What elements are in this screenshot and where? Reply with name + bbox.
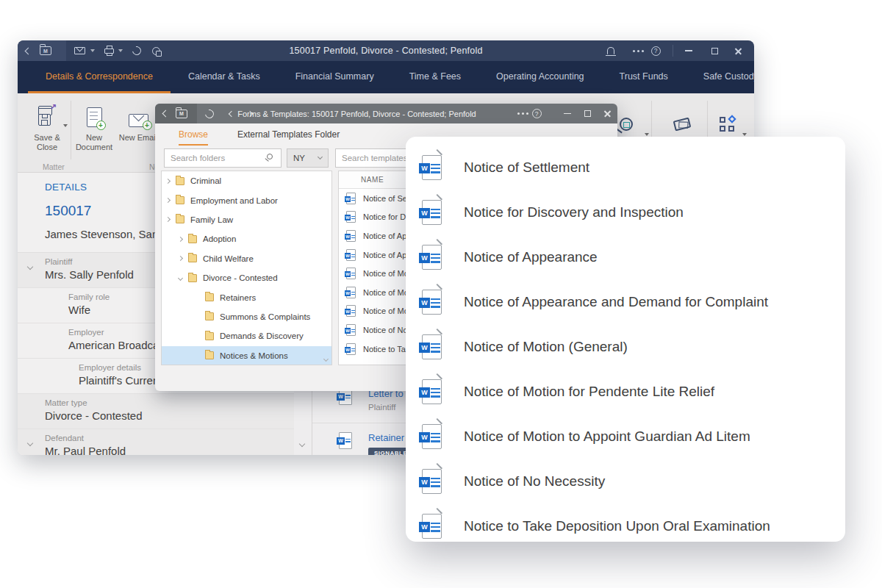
details-field-row[interactable]: Defendant Mr. Paul Penfold xyxy=(18,429,294,455)
more-options-button[interactable] xyxy=(625,40,642,61)
minimize-button[interactable] xyxy=(680,40,698,61)
word-file-icon xyxy=(346,193,356,204)
folder-tree-item[interactable]: Divorce - Contested xyxy=(162,268,331,287)
overlay-menu-item[interactable]: Notice of Appearance and Demand for Comp… xyxy=(422,279,845,324)
bell-icon xyxy=(607,47,614,54)
nav-tab[interactable]: Calendar & Tasks xyxy=(171,61,278,93)
screenshot-canvas: 150017 Penfold, Divorce - Contested; Pen… xyxy=(0,0,882,588)
nav-tab-label: Operating Accounting xyxy=(496,71,584,82)
overlay-menu-item[interactable]: Notice of Motion to Appoint Guardian Ad … xyxy=(422,414,845,459)
folder-tree-item[interactable]: Criminal xyxy=(162,171,331,190)
search-folders-input[interactable] xyxy=(164,148,282,168)
dialog-matter-button[interactable] xyxy=(173,104,190,123)
apps-dropdown-caret[interactable] xyxy=(742,133,747,136)
tree-chevron-icon[interactable] xyxy=(178,276,183,281)
overlay-menu-item[interactable]: Notice of Appearance xyxy=(422,234,845,279)
folder-tree-item[interactable]: Child Welfare xyxy=(162,249,331,268)
help-button[interactable] xyxy=(647,40,664,61)
folder-tree-item[interactable]: Family Law xyxy=(162,210,331,229)
maximize-icon xyxy=(711,48,718,54)
dialog-more-button[interactable] xyxy=(509,104,527,123)
folder-icon xyxy=(205,312,214,320)
tree-chevron-icon[interactable] xyxy=(178,237,183,242)
folder-icon xyxy=(188,235,197,243)
help-icon xyxy=(532,109,542,118)
overlay-item-label: Notice for Discovery and Inspection xyxy=(464,204,684,220)
word-file-icon xyxy=(346,268,356,279)
scroll-down-icon xyxy=(299,441,305,447)
dialog-tab[interactable]: External Templates Folder xyxy=(237,129,340,146)
overlay-menu-item[interactable]: Notice of No Necessity xyxy=(422,459,845,503)
dialog-close-button[interactable] xyxy=(598,104,616,123)
folder-icon xyxy=(176,215,184,223)
nav-tab[interactable]: Time & Fees xyxy=(392,61,478,93)
new-document-icon xyxy=(87,107,102,127)
notifications-button[interactable] xyxy=(602,40,620,61)
folder-tree-item[interactable]: Notices & Motions xyxy=(162,346,331,365)
folder-icon xyxy=(188,274,197,282)
overlay-menu-item[interactable]: Notice of Motion for Pendente Lite Relie… xyxy=(422,369,845,414)
folder-label: Employment and Labor xyxy=(190,196,278,205)
tree-chevron-icon[interactable] xyxy=(165,198,171,203)
folder-tree-item[interactable]: Summons & Complaints xyxy=(162,307,331,326)
collapse-chevron-icon[interactable] xyxy=(27,440,33,446)
apps-button[interactable] xyxy=(713,110,742,139)
field-value: Divorce - Contested xyxy=(45,409,290,422)
nav-tab-label: Trust Funds xyxy=(620,71,668,82)
tree-chevron-icon[interactable] xyxy=(178,256,183,261)
folder-icon xyxy=(176,196,184,204)
folder-icon xyxy=(176,177,184,185)
folder-icon xyxy=(205,293,214,301)
details-field-row[interactable]: Matter type Divorce - Contested xyxy=(18,394,294,429)
nav-tab[interactable]: Financial Summary xyxy=(278,61,392,93)
overlay-item-label: Notice of Appearance xyxy=(464,249,598,265)
folder-label: Criminal xyxy=(190,176,221,185)
dialog-minimize-button[interactable] xyxy=(559,104,576,123)
close-button[interactable] xyxy=(729,40,747,61)
word-file-icon xyxy=(422,424,442,449)
overlay-item-label: Notice of No Necessity xyxy=(464,473,605,490)
minimize-icon xyxy=(564,113,571,115)
search-dropdown-caret[interactable] xyxy=(645,133,649,136)
tree-chevron-icon[interactable] xyxy=(165,217,171,222)
save-close-button[interactable]: ↗ Save & Close xyxy=(24,102,71,152)
folder-label: Divorce - Contested xyxy=(203,273,278,282)
overlay-item-label: Notice to Take Deposition Upon Oral Exam… xyxy=(464,518,770,534)
folder-label: Family Law xyxy=(190,215,233,224)
overlay-menu-item[interactable]: Notice for Discovery and Inspection xyxy=(422,190,845,234)
word-file-icon xyxy=(346,305,356,317)
overlay-menu-item[interactable]: Notice of Motion (General) xyxy=(422,324,845,369)
maximize-button[interactable] xyxy=(706,40,723,61)
save-close-dropdown-caret[interactable] xyxy=(63,124,68,127)
overlay-menu-item[interactable]: Notice of Settlement xyxy=(422,145,845,190)
overlay-item-label: Notice of Settlement xyxy=(464,159,589,176)
nav-tab[interactable]: Trust Funds xyxy=(602,61,686,93)
folder-tree-item[interactable]: Retainers xyxy=(162,287,331,306)
nav-tab[interactable]: Details & Correspondence xyxy=(28,61,171,93)
dialog-tab[interactable]: Browse xyxy=(179,129,208,146)
region-select[interactable]: NY xyxy=(287,148,329,168)
payment-button[interactable] xyxy=(667,110,697,139)
dialog-help-button[interactable] xyxy=(528,104,545,123)
folder-tree-item[interactable]: Demands & Discovery xyxy=(162,326,331,345)
overlay-menu-item[interactable]: Notice to Take Deposition Upon Oral Exam… xyxy=(422,503,845,542)
nav-tab[interactable]: Operating Accounting xyxy=(478,61,602,93)
nav-tab[interactable]: Safe Custody xyxy=(686,61,754,93)
new-email-icon xyxy=(129,114,148,127)
search-icon xyxy=(267,154,273,159)
folder-tree-item[interactable]: Employment and Labor xyxy=(162,190,331,209)
word-file-icon xyxy=(346,211,356,223)
dialog-maximize-button[interactable] xyxy=(578,104,596,123)
titlebar-separator xyxy=(673,45,673,57)
collapse-chevron-icon[interactable] xyxy=(27,264,33,270)
tree-chevron-icon[interactable] xyxy=(165,179,171,184)
matter-window-titlebar: 150017 Penfold, Divorce - Contested; Pen… xyxy=(18,40,754,61)
folder-tree-item[interactable]: Adoption xyxy=(162,229,331,248)
word-file-icon xyxy=(339,432,352,449)
field-value: Mr. Paul Penfold xyxy=(45,445,290,455)
new-document-button[interactable]: New Document xyxy=(71,102,118,152)
word-file-icon xyxy=(422,514,442,539)
overlay-item-label: Notice of Motion for Pendente Lite Relie… xyxy=(464,384,714,400)
hand-card-icon xyxy=(673,118,692,132)
dialog-back-button[interactable] xyxy=(157,104,174,123)
